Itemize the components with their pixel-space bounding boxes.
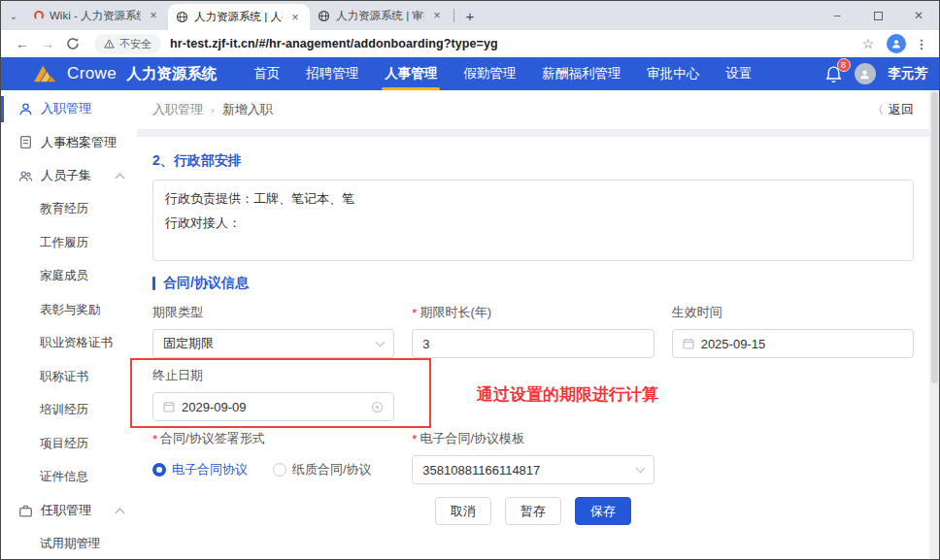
- breadcrumb: 入职管理 › 新增入职 〈 返回: [137, 90, 929, 129]
- radio-label: 电子合同协议: [172, 461, 248, 478]
- sidebar-item-person-subset[interactable]: 人员子集: [1, 159, 137, 193]
- sidebar-item-education[interactable]: 教育经历: [1, 193, 137, 227]
- breadcrumb-onboarding[interactable]: 入职管理: [152, 101, 203, 118]
- nav-recruiting[interactable]: 招聘管理: [306, 57, 358, 90]
- effective-date-input[interactable]: 2025-09-15: [672, 329, 914, 358]
- sidebar-item-probation[interactable]: 试用期管理: [1, 528, 137, 560]
- document-icon: [18, 135, 33, 149]
- radio-electronic-contract[interactable]: 电子合同协议: [152, 461, 248, 478]
- notification-badge: 8: [837, 58, 851, 72]
- reload-icon[interactable]: [61, 32, 84, 55]
- close-tab-icon[interactable]: ×: [288, 11, 302, 24]
- forward-icon[interactable]: →: [36, 32, 59, 55]
- admin-note-textarea[interactable]: 行政负责提供：工牌、笔记本、笔 行政对接人：: [152, 180, 914, 261]
- close-tab-icon[interactable]: ×: [147, 9, 160, 22]
- briefcase-icon: [18, 504, 33, 518]
- notification-bell-icon[interactable]: 8: [825, 65, 842, 83]
- scrollbar-thumb[interactable]: [931, 92, 938, 383]
- draft-button[interactable]: 暂存: [505, 497, 561, 525]
- sidebar-item-onboarding[interactable]: 入职管理: [1, 92, 137, 126]
- sidebar-item-qualification-cert[interactable]: 职业资格证书: [1, 327, 137, 361]
- sidebar-item-training[interactable]: 培训经历: [1, 394, 137, 428]
- close-window-button[interactable]: ✕: [898, 1, 939, 30]
- sidebar-item-projects[interactable]: 项目经历: [1, 427, 137, 461]
- clear-circle-icon[interactable]: [371, 401, 384, 413]
- maximize-button[interactable]: [857, 1, 898, 30]
- tab-title: 人力资源系统 | 审批列表: [336, 9, 424, 23]
- end-date-field: 通过设置的期限进行计算 终止日期 2029-09-09: [152, 367, 394, 421]
- globe-favicon: [176, 11, 188, 23]
- browser-window: ⌄ Wiki - 人力资源系统 - 中竞发 × 人力资源系统 | 人事管理 × …: [0, 0, 940, 560]
- term-type-value: 固定期限: [163, 335, 370, 352]
- security-chip[interactable]: 不安全: [94, 34, 161, 54]
- chevron-up-icon[interactable]: [116, 173, 125, 182]
- section-contract-title: 合同/协议信息: [163, 275, 249, 292]
- maximize-icon: [874, 12, 883, 20]
- tab-title: Wiki - 人力资源系统 - 中竞发: [50, 9, 141, 23]
- product-name: 人力资源系统: [126, 64, 217, 84]
- chrome-profile-avatar[interactable]: [887, 34, 906, 53]
- nav-home[interactable]: 首页: [253, 57, 280, 90]
- sidebar-item-personnel-files[interactable]: 人事档案管理: [1, 126, 137, 160]
- sidebar-item-label: 入职管理: [41, 100, 91, 117]
- calendar-icon: [683, 338, 694, 349]
- radio-paper-contract[interactable]: 纸质合同/协议: [273, 461, 372, 478]
- sidebar-item-id-documents[interactable]: 证件信息: [1, 461, 137, 495]
- section-contract-header: 合同/协议信息: [152, 275, 914, 292]
- nav-compensation[interactable]: 薪酬福利管理: [542, 57, 621, 90]
- close-tab-icon[interactable]: ×: [430, 9, 444, 22]
- security-label: 不安全: [119, 37, 151, 51]
- bookmark-star-icon[interactable]: ☆: [857, 36, 879, 51]
- sidebar-item-label: 人事档案管理: [41, 134, 117, 151]
- back-button[interactable]: 〈 返回: [872, 101, 914, 118]
- sidebar-item-awards[interactable]: 表彰与奖励: [1, 293, 137, 327]
- user-name[interactable]: 李元芳: [889, 65, 928, 82]
- new-tab-button[interactable]: +: [458, 4, 482, 27]
- user-avatar[interactable]: [855, 63, 876, 84]
- form-row-1: 期限类型 固定期限 *期限时长(年) 3 生效时间 2: [152, 304, 914, 358]
- nav-settings[interactable]: 设置: [725, 57, 752, 90]
- omnibox[interactable]: 不安全 hr-test.zjf-it.cn/#/hr-anagement/add…: [94, 34, 848, 54]
- brand-name: Crowe: [67, 64, 117, 83]
- sidebar-item-label: 项目经历: [40, 436, 88, 452]
- back-icon[interactable]: ←: [11, 32, 34, 55]
- end-date-input[interactable]: 2029-09-09: [152, 392, 394, 421]
- sidebar-item-employment-mgmt[interactable]: 任职管理: [1, 494, 137, 528]
- term-length-label: 期限时长(年): [420, 304, 491, 321]
- chevron-down-icon: [376, 337, 386, 346]
- tab-title: 人力资源系统 | 人事管理: [194, 10, 283, 24]
- chevron-up-icon[interactable]: [116, 508, 125, 517]
- minimize-button[interactable]: –: [817, 1, 857, 30]
- sidebar-item-label: 教育经历: [40, 201, 88, 217]
- sidebar-item-label: 家庭成员: [40, 268, 88, 284]
- page-scrollbar[interactable]: [929, 90, 939, 559]
- term-type-label: 期限类型: [152, 304, 203, 321]
- template-select[interactable]: 35810881166114817: [412, 455, 654, 484]
- term-length-input[interactable]: 3: [412, 329, 654, 358]
- chrome-menu-icon[interactable]: ⋮: [914, 37, 929, 51]
- warning-triangle-icon: [104, 39, 115, 49]
- save-button[interactable]: 保存: [575, 497, 631, 525]
- browser-tab-approval[interactable]: 人力资源系统 | 审批列表 ×: [310, 1, 452, 30]
- term-type-select[interactable]: 固定期限: [152, 329, 394, 358]
- annotation-red-text: 通过设置的期限进行计算: [477, 383, 658, 406]
- sidebar-item-family[interactable]: 家庭成员: [1, 260, 137, 294]
- sidebar-item-label: 工作履历: [40, 235, 88, 251]
- tab-list-chevron-icon[interactable]: ⌄: [1, 1, 26, 30]
- browser-tab-hr-active[interactable]: 人力资源系统 | 人事管理 ×: [168, 4, 310, 30]
- required-mark: *: [152, 432, 157, 446]
- nav-approval-center[interactable]: 审批中心: [647, 57, 699, 90]
- breadcrumb-separator-icon: ›: [211, 104, 215, 115]
- sidebar-item-title-cert[interactable]: 职称证书: [1, 360, 137, 394]
- browser-tab-wiki[interactable]: Wiki - 人力资源系统 - 中竞发 ×: [26, 1, 168, 30]
- address-bar: ← → 不安全 hr-test.zjf-it.cn/#/hr-anagement…: [1, 30, 939, 57]
- sidebar-item-label: 职业资格证书: [40, 335, 113, 351]
- cancel-button[interactable]: 取消: [435, 497, 491, 525]
- tab-separator: [453, 9, 454, 22]
- sidebar-item-label: 试用期管理: [40, 536, 101, 552]
- radio-selected-icon: [152, 463, 166, 477]
- nav-hr-management[interactable]: 人事管理: [385, 57, 437, 90]
- sign-form-label: 合同/协议签署形式: [160, 430, 265, 447]
- nav-attendance[interactable]: 假勤管理: [463, 57, 516, 90]
- sidebar-item-work-history[interactable]: 工作履历: [1, 226, 137, 260]
